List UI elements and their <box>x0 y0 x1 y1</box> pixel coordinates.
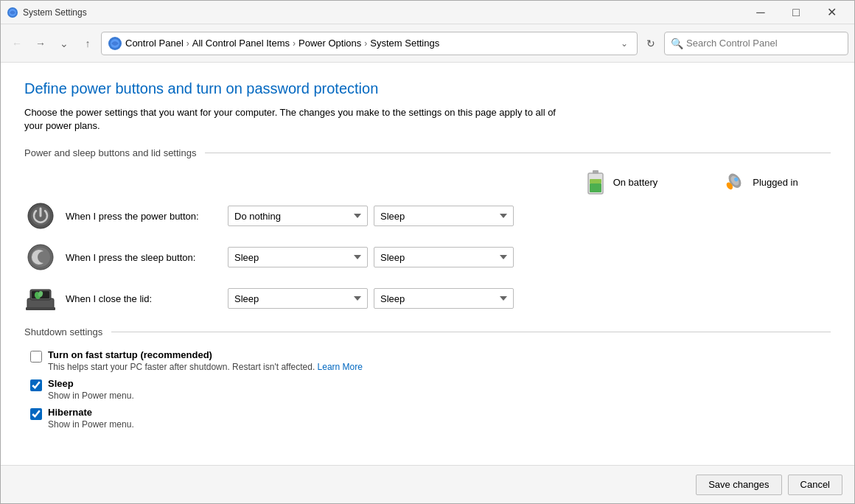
learn-more-link[interactable]: Learn More <box>318 362 363 372</box>
dropdown-button[interactable]: ⌄ <box>54 33 74 54</box>
lid-battery-select[interactable]: Sleep Do nothing Hibernate Shut down Tur… <box>228 288 368 309</box>
nav-bar: ← → ⌄ ↑ Control Panel › All Control Pane… <box>1 24 854 63</box>
battery-icon <box>584 170 607 194</box>
shutdown-section: Shutdown settings Turn on fast startup (… <box>24 326 831 430</box>
breadcrumb-system-settings[interactable]: System Settings <box>370 38 439 49</box>
section1-header: Power and sleep buttons and lid settings <box>24 147 831 158</box>
section2-header: Shutdown settings <box>24 326 831 337</box>
sleep-button-pluggedin-select[interactable]: Sleep Do nothing Hibernate Shut down Tur… <box>374 247 514 267</box>
fast-startup-row: Turn on fast startup (recommended) This … <box>30 349 831 372</box>
minimize-button[interactable]: ─ <box>744 1 778 24</box>
breadcrumb-power-options[interactable]: Power Options <box>299 38 361 49</box>
address-bar[interactable]: Control Panel › All Control Panel Items … <box>101 32 638 55</box>
title-bar: System Settings ─ □ ✕ <box>1 1 854 24</box>
sleep-button-row: When I press the sleep button: Sleep Do … <box>24 241 831 273</box>
window-controls: ─ □ ✕ <box>744 1 848 24</box>
pluggedin-column-label: Plugged in <box>753 177 798 188</box>
pluggedin-column-header: Plugged in <box>691 170 831 194</box>
power-button-label: When I press the power button: <box>66 211 228 222</box>
window-icon <box>7 7 18 18</box>
sleep-button-battery-select[interactable]: Sleep Do nothing Hibernate Shut down Tur… <box>228 247 368 267</box>
content-area: Define power buttons and turn on passwor… <box>1 63 854 465</box>
address-text: Control Panel › All Control Panel Items … <box>125 38 439 49</box>
up-button[interactable]: ↑ <box>77 33 98 54</box>
power-button-battery-select[interactable]: Do nothing Sleep Hibernate Shut down Tur… <box>228 206 368 226</box>
svg-rect-17 <box>26 307 55 310</box>
column-headers: On battery Plugged in <box>186 170 831 194</box>
power-button-pluggedin-select[interactable]: Sleep Do nothing Hibernate Shut down Tur… <box>374 206 514 226</box>
address-dropdown-icon[interactable]: ⌄ <box>618 38 631 49</box>
sleep-button-icon <box>24 241 57 273</box>
hibernate-checkbox[interactable] <box>30 408 42 420</box>
lid-icon <box>24 282 57 315</box>
breadcrumb-all-items[interactable]: All Control Panel Items <box>192 38 290 49</box>
hibernate-desc: Show in Power menu. <box>48 419 134 430</box>
sleep-checkbox[interactable] <box>30 379 42 391</box>
svg-rect-6 <box>590 183 601 192</box>
lid-selects: Sleep Do nothing Hibernate Shut down Tur… <box>228 288 514 309</box>
page-title: Define power buttons and turn on passwor… <box>24 80 831 97</box>
fast-startup-checkbox[interactable] <box>30 351 42 363</box>
section1-label: Power and sleep buttons and lid settings <box>24 147 196 158</box>
footer: Save changes Cancel <box>1 465 854 503</box>
refresh-button[interactable]: ↻ <box>641 33 661 54</box>
lid-row: When I close the lid: Sleep Do nothing H… <box>24 282 831 315</box>
hibernate-row: Hibernate Show in Power menu. <box>30 407 831 430</box>
maximize-button[interactable]: □ <box>779 1 813 24</box>
cancel-button[interactable]: Cancel <box>788 475 842 495</box>
search-input[interactable] <box>686 38 842 49</box>
window-title: System Settings <box>23 7 744 18</box>
sleep-button-label: When I press the sleep button: <box>66 252 228 263</box>
sleep-row: Sleep Show in Power menu. <box>30 378 831 401</box>
fast-startup-desc: This helps start your PC faster after sh… <box>48 362 363 372</box>
main-window: System Settings ─ □ ✕ ← → ⌄ ↑ Control Pa… <box>0 0 855 504</box>
page-description: Choose the power settings that you want … <box>24 106 570 133</box>
battery-column-label: On battery <box>613 177 658 188</box>
section2-line <box>111 332 831 332</box>
hibernate-label[interactable]: Hibernate <box>48 407 134 418</box>
power-button-row: When I press the power button: Do nothin… <box>24 200 831 232</box>
forward-button[interactable]: → <box>30 33 51 54</box>
back-button[interactable]: ← <box>7 33 27 54</box>
close-button[interactable]: ✕ <box>814 1 848 24</box>
battery-column-header: On battery <box>551 170 691 194</box>
svg-rect-5 <box>593 170 598 174</box>
lid-pluggedin-select[interactable]: Sleep Do nothing Hibernate Shut down Tur… <box>374 288 514 309</box>
section2-label: Shutdown settings <box>24 326 102 337</box>
power-button-selects: Do nothing Sleep Hibernate Shut down Tur… <box>228 206 514 226</box>
lid-label: When I close the lid: <box>66 293 228 304</box>
sleep-desc: Show in Power menu. <box>48 391 134 401</box>
search-box[interactable]: 🔍 <box>664 32 848 55</box>
sleep-button-selects: Sleep Do nothing Hibernate Shut down Tur… <box>228 247 514 267</box>
save-changes-button[interactable]: Save changes <box>696 475 781 495</box>
sleep-label[interactable]: Sleep <box>48 378 134 389</box>
power-button-icon <box>24 200 57 232</box>
pluggedin-icon <box>723 170 747 194</box>
fast-startup-label[interactable]: Turn on fast startup (recommended) <box>48 349 363 360</box>
section1-line <box>205 153 831 153</box>
address-bar-icon <box>108 36 122 51</box>
search-icon: 🔍 <box>671 38 683 49</box>
svg-rect-7 <box>590 179 601 183</box>
breadcrumb-control-panel[interactable]: Control Panel <box>125 38 184 49</box>
